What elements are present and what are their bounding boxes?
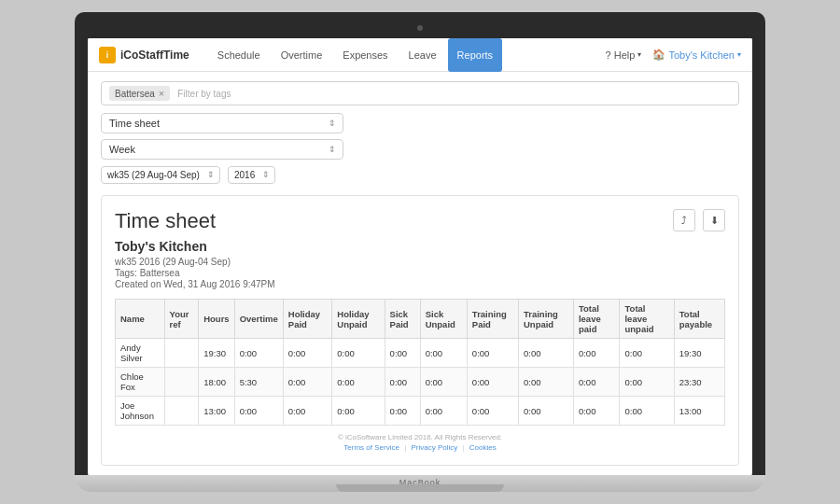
col-your-ref: Your ref	[164, 300, 199, 339]
col-total-payable: Total payable	[674, 300, 724, 339]
account-label: Toby's Kitchen	[668, 49, 735, 61]
nav-reports[interactable]: Reports	[448, 38, 503, 72]
help-button[interactable]: ? Help ▾	[606, 49, 642, 61]
account-button[interactable]: 🏠 Toby's Kitchen ▾	[652, 49, 741, 61]
nav-overtime[interactable]: Overtime	[272, 38, 332, 72]
week-select-wrapper: wk35 (29 Aug-04 Sep)	[101, 165, 220, 184]
table-cell: 0:00	[420, 339, 467, 368]
help-label: ? Help	[606, 49, 636, 61]
table-cell: 23:30	[674, 368, 724, 397]
table-cell: 0:00	[420, 368, 467, 397]
share-icon: ⤴	[681, 215, 687, 226]
table-cell: 13:00	[674, 397, 724, 426]
col-total-leave-unpaid: Total leave unpaid	[620, 300, 674, 339]
table-cell: 18:00	[199, 368, 234, 397]
tag-battersea: Battersea ×	[109, 86, 170, 101]
report-actions: ⤴ ⬇	[673, 209, 725, 231]
table-cell: Joe Johnson	[116, 397, 165, 426]
download-button[interactable]: ⬇	[703, 209, 725, 231]
cookies-link[interactable]: Cookies	[469, 443, 497, 452]
account-icon: 🏠	[652, 49, 665, 61]
col-sick-paid: Sick Paid	[385, 300, 420, 339]
camera	[417, 25, 423, 31]
table-cell: 0:00	[518, 397, 573, 426]
year-select[interactable]: 2016	[228, 166, 275, 184]
col-training-unpaid: Training Unpaid	[518, 300, 573, 339]
report-type-wrapper: Time sheet	[101, 113, 343, 133]
week-select[interactable]: wk35 (29 Aug-04 Sep)	[101, 166, 220, 184]
table-cell: 0:00	[573, 368, 620, 397]
table-cell: 0:00	[573, 339, 620, 368]
help-chevron-icon: ▾	[637, 50, 641, 59]
report-tags: Tags: Battersea	[115, 268, 725, 278]
period-row: Week	[101, 139, 739, 160]
nav-schedule[interactable]: Schedule	[208, 38, 270, 72]
table-cell: 0:00	[283, 339, 331, 368]
table-cell: 19:30	[199, 339, 234, 368]
app-logo[interactable]: i iCoStaffTime	[99, 47, 189, 63]
table-cell: 0:00	[467, 397, 518, 426]
table-cell: 0:00	[234, 397, 283, 426]
table-cell	[164, 368, 199, 397]
table-cell: 0:00	[332, 339, 385, 368]
privacy-link[interactable]: Privacy Policy	[411, 443, 457, 452]
laptop-brand: MacBook	[75, 475, 765, 489]
table-cell: 0:00	[332, 368, 385, 397]
screen-bezel: i iCoStaffTime Schedule Overtime Expense…	[75, 12, 765, 475]
table-cell: 0:00	[518, 339, 573, 368]
app-navbar: i iCoStaffTime Schedule Overtime Expense…	[88, 38, 752, 72]
nav-links: Schedule Overtime Expenses Leave Reports	[208, 38, 606, 72]
nav-expenses[interactable]: Expenses	[333, 38, 397, 72]
period-wrapper: Week	[101, 139, 343, 160]
sep2: |	[462, 443, 464, 452]
table-cell: 0:00	[620, 339, 674, 368]
table-cell	[164, 397, 199, 426]
table-cell: 0:00	[385, 339, 420, 368]
tag-label: Battersea	[115, 89, 155, 99]
table-cell: 0:00	[283, 368, 331, 397]
account-chevron-icon: ▾	[737, 50, 741, 59]
table-cell: 0:00	[518, 368, 573, 397]
terms-link[interactable]: Terms of Service	[343, 443, 399, 452]
table-cell: 5:30	[234, 368, 283, 397]
report-title: Time sheet	[115, 209, 725, 233]
table-cell: 0:00	[467, 339, 518, 368]
col-overtime: Overtime	[234, 300, 283, 339]
col-holiday-unpaid: Holiday Unpaid	[332, 300, 385, 339]
table-cell	[164, 339, 199, 368]
filter-bar[interactable]: Battersea × Filter by tags	[101, 81, 739, 105]
report-type-row: Time sheet	[101, 113, 739, 133]
year-select-wrapper: 2016	[228, 165, 275, 184]
table-row: Andy Silver19:300:000:000:000:000:000:00…	[116, 339, 725, 368]
period-select[interactable]: Week	[101, 139, 343, 160]
laptop-base: MacBook	[75, 475, 765, 492]
table-cell: 0:00	[385, 397, 420, 426]
table-cell: 0:00	[332, 397, 385, 426]
table-cell: 0:00	[573, 397, 620, 426]
nav-leave[interactable]: Leave	[399, 38, 446, 72]
report-type-select[interactable]: Time sheet	[101, 113, 343, 133]
report-table: Name Your ref Hours Overtime Holiday Pai…	[115, 299, 725, 426]
share-button[interactable]: ⤴	[673, 209, 695, 231]
screen: i iCoStaffTime Schedule Overtime Expense…	[88, 38, 752, 475]
table-cell: 0:00	[467, 368, 518, 397]
col-training-paid: Training Paid	[467, 300, 518, 339]
table-cell: 0:00	[283, 397, 331, 426]
app-body: Battersea × Filter by tags Time sheet	[88, 72, 752, 475]
filter-placeholder[interactable]: Filter by tags	[177, 89, 231, 99]
report-week-info: wk35 2016 (29 Aug-04 Sep)	[115, 257, 725, 267]
col-holiday-paid: Holiday Paid	[283, 300, 331, 339]
report-subtitle: Toby's Kitchen	[115, 239, 725, 254]
table-cell: 0:00	[385, 368, 420, 397]
table-cell: 0:00	[620, 397, 674, 426]
tag-remove-button[interactable]: ×	[159, 88, 164, 99]
table-row: Joe Johnson13:000:000:000:000:000:000:00…	[116, 397, 725, 426]
table-row: Chloe Fox18:005:300:000:000:000:000:000:…	[116, 368, 725, 397]
table-cell: 0:00	[234, 339, 283, 368]
report-created: Created on Wed, 31 Aug 2016 9:47PM	[115, 279, 725, 289]
table-cell: Andy Silver	[116, 339, 165, 368]
logo-icon: i	[99, 47, 116, 63]
footer-copyright: © iCoSoftware Limited 2016. All Rights R…	[115, 433, 725, 441]
table-cell: 0:00	[420, 397, 467, 426]
nav-right: ? Help ▾ 🏠 Toby's Kitchen ▾	[606, 49, 741, 61]
